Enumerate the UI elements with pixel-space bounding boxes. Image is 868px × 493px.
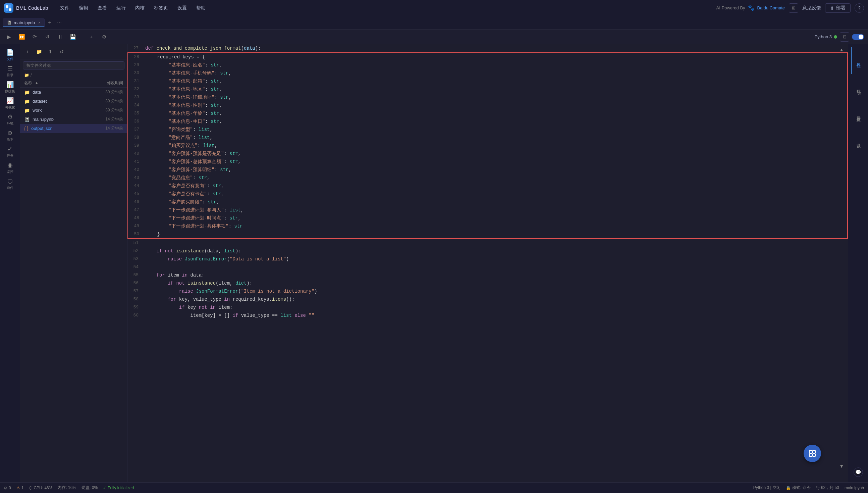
new-file-button[interactable]: +	[23, 47, 32, 57]
line-number: 33	[128, 93, 143, 101]
scroll-up-button[interactable]: ▲	[839, 47, 844, 52]
line-content: "基本信息-性别": str,	[143, 101, 847, 109]
floating-action-button[interactable]	[804, 445, 821, 462]
kernel-action-button[interactable]: ⊡	[840, 32, 849, 42]
code-line-59: 59 if key not in item:	[128, 303, 848, 312]
save-button[interactable]: 💾	[68, 32, 78, 42]
menu-tabs[interactable]: 标签页	[150, 4, 172, 13]
code-line-30: 30 "基本信息-手机号码": str,	[128, 69, 847, 77]
line-number: 57	[128, 287, 142, 295]
run-all-button[interactable]: ⏩	[17, 32, 27, 42]
sidebar-item-dataset[interactable]: 📊 数据集	[3, 80, 18, 95]
scroll-down-button[interactable]: ▼	[839, 464, 844, 469]
feedback-button[interactable]: 意见反馈	[802, 5, 821, 11]
file-name: main.ipynb	[32, 117, 105, 122]
code-line-50: 50 }	[128, 230, 847, 238]
extensions-button[interactable]: ⊞	[789, 3, 798, 13]
pause-button[interactable]: ⏸	[55, 32, 65, 42]
sidebar-item-files[interactable]: 📄 文件	[3, 48, 18, 62]
sidebar-item-monitor[interactable]: ◉ 监控	[3, 160, 18, 175]
env-label: 环境	[7, 121, 14, 126]
line-content: "购买异议点": list,	[143, 142, 847, 150]
sidebar-item-outline[interactable]: ☰ 目录	[3, 64, 18, 79]
line-number: 32	[128, 85, 143, 93]
file-item-data[interactable]: 📁 data 39 分钟前	[20, 88, 127, 97]
sidebar-item-pkg[interactable]: ⬡ 套件	[3, 176, 18, 191]
line-content: item[key] = [] if value_type == list els…	[142, 312, 848, 320]
code-line-41: 41 "客户预算-总体预算金额": str,	[128, 158, 847, 166]
refresh-button[interactable]: ↺	[42, 32, 52, 42]
refresh-files-button[interactable]: ↺	[57, 47, 66, 57]
tab-main-ipynb[interactable]: 📓 main.ipynb ×	[3, 19, 45, 27]
add-cell-button[interactable]: +	[86, 32, 96, 42]
menu-view[interactable]: 查看	[94, 4, 111, 13]
file-item-main-ipynb[interactable]: 📓 main.ipynb 14 分钟前	[20, 115, 127, 124]
tab-add-button[interactable]: +	[46, 19, 54, 26]
deploy-button[interactable]: ⬆ 部署	[825, 3, 850, 13]
file-item-output-json[interactable]: { } output.json 14 分钟前	[20, 124, 127, 133]
right-item-debug[interactable]: 调试	[851, 128, 866, 154]
sidebar-item-viz[interactable]: 📈 可视化	[3, 96, 18, 111]
new-folder-button[interactable]: 📁	[34, 47, 44, 57]
pkg-label: 套件	[7, 186, 14, 190]
pkg-icon: ⬡	[7, 177, 13, 185]
menu-help[interactable]: 帮助	[192, 4, 209, 13]
toggle-thumb	[859, 35, 863, 39]
line-content: "下一步跟进计划-时间点": str,	[143, 214, 847, 222]
right-item-run-info[interactable]: 运行信息	[851, 101, 866, 128]
line-number: 56	[128, 279, 142, 287]
upload-button[interactable]: ⬆	[46, 47, 55, 57]
menu-kernel[interactable]: 内核	[131, 4, 149, 13]
file-item-dataset[interactable]: 📁 dataset 39 分钟前	[20, 97, 127, 106]
code-line-32: 32 "基本信息-地区": str,	[128, 85, 847, 93]
line-content: def check_and_complete_json_format(data)…	[142, 44, 848, 52]
line-content: "基本信息-详细地址": str,	[143, 93, 847, 101]
line-content: "下一步跟进计划-参与人": list,	[143, 206, 847, 214]
menu-file[interactable]: 文件	[56, 4, 73, 13]
code-line-44: 44 "客户是否有意向": str,	[128, 182, 847, 190]
toggle-switch[interactable]	[852, 34, 864, 40]
menu-edit[interactable]: 编辑	[75, 4, 92, 13]
toolbar: ▶ ⏩ ⟳ ↺ ⏸ 💾 + ⚙ Python 3 ⊡	[0, 29, 868, 44]
line-number: 50	[128, 230, 143, 238]
code-line-31: 31 "基本信息-邮箱": str,	[128, 77, 847, 85]
run-cell-button[interactable]: ▶	[4, 32, 14, 42]
file-filter-container	[20, 59, 127, 71]
dataset-label: 数据集	[5, 89, 15, 94]
app-logo: BML CodeLab	[4, 3, 48, 13]
menu-run[interactable]: 运行	[112, 4, 130, 13]
right-item-properties[interactable]: 属性	[851, 47, 866, 74]
line-content: "咨询类型": list,	[143, 126, 847, 133]
status-cpu: ⬡ CPU: 46%	[29, 486, 52, 490]
sidebar-item-task[interactable]: ✓ 任务	[3, 144, 18, 159]
editor-area[interactable]: ▲ 27 def check_and_complete_json_format(…	[128, 44, 848, 482]
cell-settings-button[interactable]: ⚙	[99, 32, 109, 42]
env-icon: ⚙	[7, 113, 13, 121]
tab-close-button[interactable]: ×	[38, 20, 40, 24]
line-content: raise JsonFormatError("Data is not a lis…	[142, 255, 848, 263]
file-name: work	[32, 108, 105, 113]
help-button[interactable]: ?	[854, 3, 864, 13]
line-content: if not isinstance(item, dict):	[142, 279, 848, 287]
debug-label: 调试	[855, 140, 861, 142]
status-filename: main.ipynb	[845, 486, 864, 490]
sidebar-item-env[interactable]: ⚙ 环境	[3, 112, 18, 127]
line-number: 38	[128, 133, 143, 142]
toolbar-right: Python 3 ⊡	[815, 32, 864, 42]
code-line-54: 54	[128, 263, 848, 271]
properties-label: 属性	[855, 60, 861, 61]
file-filter-input[interactable]	[23, 61, 125, 69]
tab-more-button[interactable]: ⋯	[55, 20, 64, 25]
right-item-code-snippet[interactable]: 代码段	[851, 74, 866, 101]
highlighted-block: 28 required_keys = { 29 "基本信息-姓名": str, …	[128, 52, 848, 239]
menubar-right: AI Powered By 🐾 Baidu Comate ⊞ 意见反馈 ⬆ 部署…	[716, 3, 864, 13]
restart-kernel-button[interactable]: ⟳	[29, 32, 40, 42]
sidebar-item-version[interactable]: ⊕ 版本	[3, 128, 18, 143]
code-line-48: 48 "下一步跟进计划-时间点": str,	[128, 214, 847, 222]
menu-settings[interactable]: 设置	[173, 4, 191, 13]
line-number: 34	[128, 101, 143, 109]
file-item-work[interactable]: 📁 work 39 分钟前	[20, 106, 127, 115]
line-content: "竞品信息": str,	[143, 174, 847, 182]
right-chat-button[interactable]: 💬	[853, 468, 863, 477]
line-number: 43	[128, 174, 143, 182]
